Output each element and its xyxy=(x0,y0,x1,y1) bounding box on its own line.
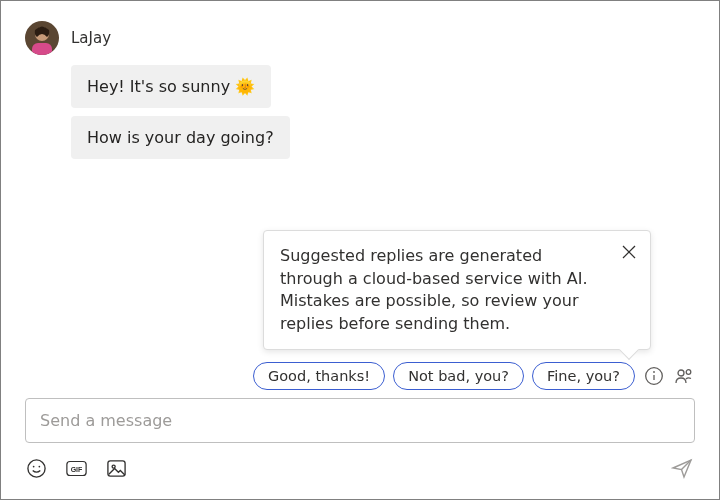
people-icon[interactable] xyxy=(673,365,695,387)
gif-icon[interactable]: GIF xyxy=(65,457,87,479)
svg-rect-2 xyxy=(32,43,52,55)
sender-name: LaJay xyxy=(71,29,111,47)
svg-point-10 xyxy=(27,459,44,476)
emoji-icon[interactable] xyxy=(25,457,47,479)
chat-area: LaJay Hey! It's so sunny 🌞 How is your d… xyxy=(1,1,719,398)
svg-point-12 xyxy=(38,465,40,467)
compose-toolbar: GIF xyxy=(25,455,695,481)
suggested-replies-row: Good, thanks! Not bad, you? Fine, you? xyxy=(253,362,695,390)
suggested-reply-button[interactable]: Good, thanks! xyxy=(253,362,385,390)
close-icon[interactable] xyxy=(620,243,638,261)
svg-point-16 xyxy=(112,465,115,468)
compose-area: GIF xyxy=(1,398,719,499)
info-icon[interactable] xyxy=(643,365,665,387)
send-icon[interactable] xyxy=(669,455,695,481)
svg-point-9 xyxy=(686,370,691,375)
message-bubble: Hey! It's so sunny 🌞 xyxy=(71,65,271,108)
svg-text:GIF: GIF xyxy=(70,465,82,472)
svg-rect-15 xyxy=(107,460,124,475)
tooltip-text: Suggested replies are generated through … xyxy=(280,246,588,332)
avatar[interactable] xyxy=(25,21,59,55)
sender-header: LaJay xyxy=(25,21,695,55)
tooltip-tail xyxy=(619,340,639,360)
svg-point-8 xyxy=(678,370,684,376)
image-icon[interactable] xyxy=(105,457,127,479)
message-input[interactable] xyxy=(25,398,695,443)
message-bubble: How is your day going? xyxy=(71,116,290,159)
svg-point-7 xyxy=(653,371,655,373)
suggested-reply-button[interactable]: Fine, you? xyxy=(532,362,635,390)
suggested-reply-button[interactable]: Not bad, you? xyxy=(393,362,524,390)
suggested-replies-tooltip: Suggested replies are generated through … xyxy=(263,230,651,350)
svg-point-11 xyxy=(32,465,34,467)
